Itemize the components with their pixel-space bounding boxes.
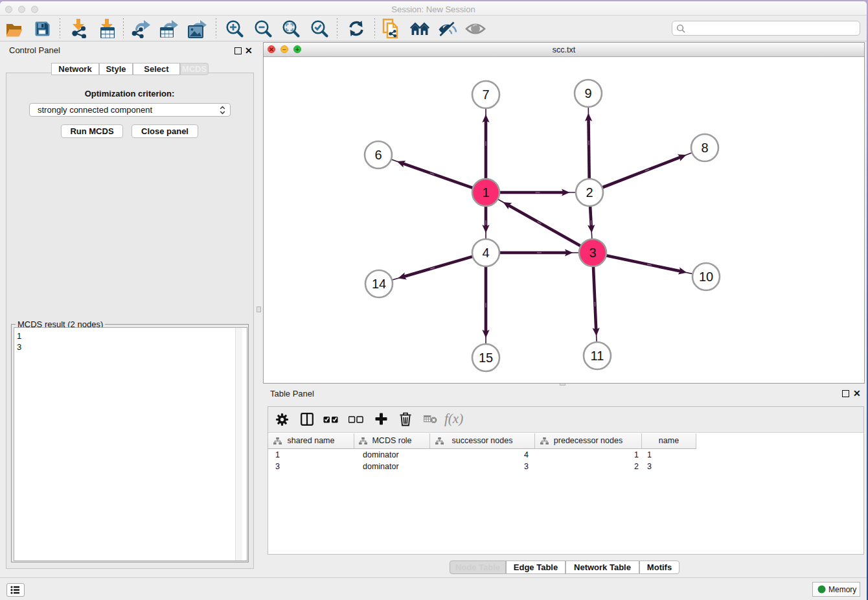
svg-text:2: 2	[586, 185, 593, 200]
svg-text:10: 10	[699, 270, 713, 284]
svg-text:11: 11	[591, 349, 604, 363]
svg-text:7: 7	[482, 87, 489, 102]
svg-text:14: 14	[372, 277, 386, 291]
svg-text:15: 15	[479, 351, 493, 365]
svg-text:8: 8	[701, 141, 708, 155]
svg-text:4: 4	[482, 246, 489, 260]
svg-text:9: 9	[584, 86, 591, 100]
svg-text:6: 6	[374, 148, 382, 162]
svg-text:3: 3	[589, 246, 596, 260]
svg-text:1: 1	[482, 185, 489, 200]
